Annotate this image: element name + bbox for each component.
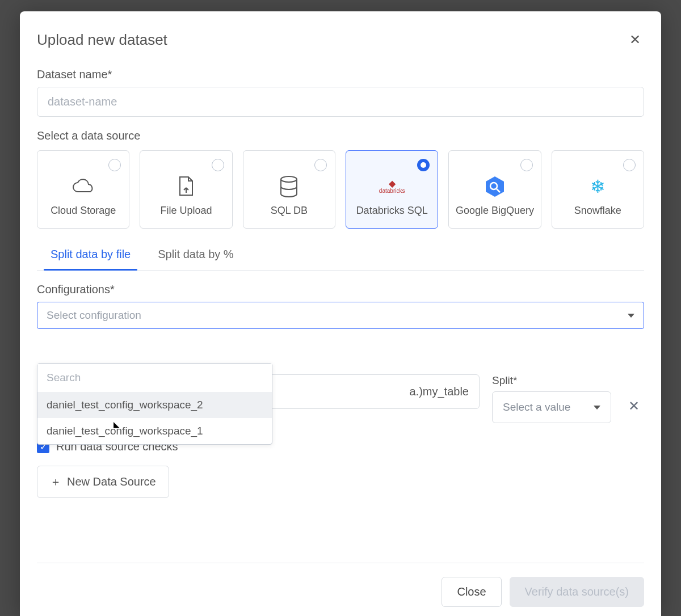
source-label: Databricks SQL bbox=[356, 205, 428, 217]
source-label: Cloud Storage bbox=[51, 205, 116, 217]
database-icon bbox=[275, 175, 302, 198]
split-placeholder: Select a value bbox=[503, 401, 570, 414]
upload-dataset-modal: Upload new dataset ✕ Dataset name* Selec… bbox=[20, 11, 661, 616]
configurations-search-input[interactable] bbox=[37, 364, 272, 392]
radio-icon bbox=[108, 159, 121, 171]
config-option[interactable]: daniel_test_config_workspace_1 bbox=[37, 418, 272, 444]
radio-icon bbox=[417, 159, 430, 171]
source-card-sql-db[interactable]: SQL DB bbox=[243, 150, 335, 229]
configurations-placeholder: Select configuration bbox=[47, 309, 141, 322]
split-tabs: Split data by file Split data by % bbox=[37, 248, 644, 271]
modal-title: Upload new dataset bbox=[37, 31, 167, 49]
svg-marker-1 bbox=[486, 176, 504, 197]
new-data-source-label: New Data Source bbox=[67, 475, 156, 488]
source-card-snowflake[interactable]: ❄ Snowflake bbox=[552, 150, 644, 229]
modal-header: Upload new dataset ✕ bbox=[37, 28, 644, 51]
source-card-databricks[interactable]: ◆databricks Databricks SQL bbox=[346, 150, 438, 229]
close-icon[interactable]: ✕ bbox=[626, 28, 644, 51]
source-label: Snowflake bbox=[574, 205, 621, 217]
chevron-down-icon bbox=[594, 406, 600, 410]
bigquery-icon bbox=[481, 175, 508, 198]
radio-icon bbox=[314, 159, 327, 171]
chevron-down-icon bbox=[628, 314, 634, 318]
new-data-source-button[interactable]: ＋ New Data Source bbox=[37, 466, 169, 498]
plus-icon: ＋ bbox=[50, 474, 61, 490]
source-label: SQL DB bbox=[271, 205, 308, 217]
source-card-cloud-storage[interactable]: Cloud Storage bbox=[37, 150, 129, 229]
snowflake-icon: ❄ bbox=[584, 175, 611, 198]
source-card-file-upload[interactable]: File Upload bbox=[140, 150, 232, 229]
source-grid: Cloud Storage File Upload bbox=[37, 150, 644, 229]
modal-footer: Close Verify data source(s) bbox=[37, 563, 644, 616]
source-label: File Upload bbox=[160, 205, 212, 217]
split-label: Split* bbox=[492, 374, 611, 387]
dataset-name-label: Dataset name* bbox=[37, 68, 644, 81]
radio-icon bbox=[520, 159, 533, 171]
source-label: Google BigQuery bbox=[456, 205, 534, 217]
cloud-icon bbox=[70, 175, 97, 198]
radio-icon bbox=[623, 159, 636, 171]
dataset-name-input[interactable] bbox=[37, 87, 644, 117]
tab-split-by-file[interactable]: Split data by file bbox=[47, 248, 134, 270]
configurations-label: Configurations* bbox=[37, 283, 644, 296]
close-button[interactable]: Close bbox=[442, 577, 501, 607]
source-section-label: Select a data source bbox=[37, 129, 644, 142]
databricks-icon: ◆databricks bbox=[379, 175, 406, 198]
verify-button: Verify data source(s) bbox=[510, 577, 644, 607]
tab-split-by-percent[interactable]: Split data by % bbox=[154, 248, 237, 270]
radio-icon bbox=[212, 159, 224, 171]
remove-row-icon[interactable]: ✕ bbox=[624, 394, 644, 419]
split-select[interactable]: Select a value bbox=[492, 391, 611, 423]
config-option[interactable]: daniel_test_config_workspace_2 bbox=[37, 392, 272, 418]
configurations-dropdown: daniel_test_config_workspace_2 daniel_te… bbox=[37, 363, 272, 445]
svg-point-0 bbox=[281, 176, 297, 182]
configurations-select[interactable]: Select configuration bbox=[37, 302, 644, 329]
file-upload-icon bbox=[173, 175, 200, 198]
mouse-cursor-icon: ◣ bbox=[114, 420, 120, 429]
source-card-bigquery[interactable]: Google BigQuery bbox=[448, 150, 541, 229]
